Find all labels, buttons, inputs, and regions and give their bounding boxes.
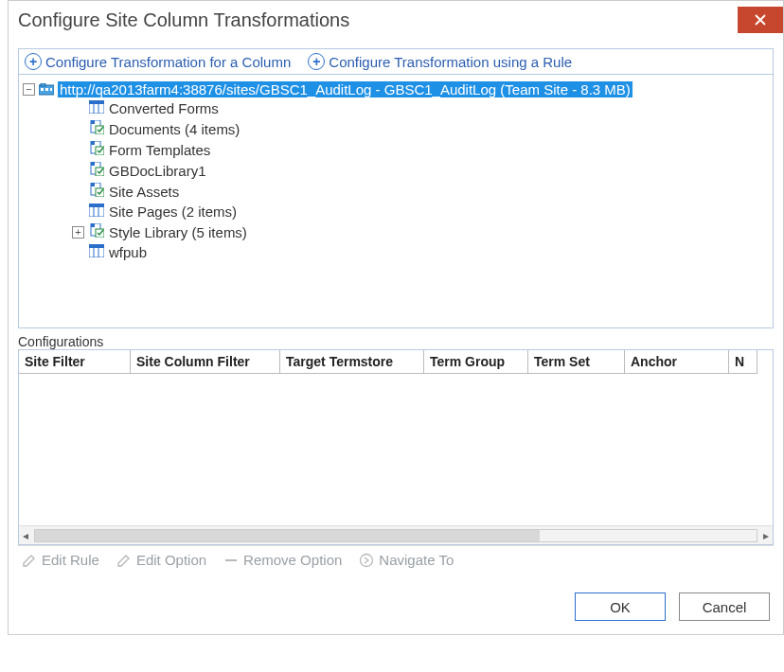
tree-root-row[interactable]: − http://qa2013farm4:38876/sites/GBSC1_A…: [23, 80, 769, 98]
close-button[interactable]: [738, 7, 783, 33]
configure-rule-label: Configure Transformation using a Rule: [329, 54, 572, 70]
svg-rect-2: [41, 88, 44, 91]
tree-item-label: Documents (4 items): [109, 121, 240, 137]
edit-option-button[interactable]: Edit Option: [116, 552, 206, 568]
tree-children: Converted FormsDocuments (4 items)Form T…: [23, 98, 769, 262]
pencil-icon: [22, 553, 37, 568]
dialog-title: Configure Site Column Transformations: [18, 9, 349, 31]
minus-icon: [223, 553, 239, 568]
scroll-right-icon[interactable]: ▸: [763, 529, 769, 542]
scroll-left-icon[interactable]: ◂: [23, 529, 28, 542]
expand-icon[interactable]: +: [72, 226, 84, 239]
remove-option-button[interactable]: Remove Option: [223, 552, 342, 568]
svg-rect-24: [89, 244, 104, 248]
svg-rect-6: [89, 100, 104, 104]
action-bar: Edit Rule Edit Option Remove Option Navi…: [18, 545, 774, 574]
document-library-icon: [89, 223, 104, 240]
svg-point-28: [361, 554, 373, 566]
list-icon: [89, 244, 104, 260]
tree-item-label: GBDocLibrary1: [109, 163, 206, 179]
document-library-icon: [89, 120, 104, 137]
column-header[interactable]: Site Column Filter: [131, 350, 280, 374]
tree-root-label: http://qa2013farm4:38876/sites/GBSC1_Aud…: [58, 81, 633, 97]
remove-option-label: Remove Option: [243, 552, 342, 568]
dialog-window: Configure Site Column Transformations + …: [8, 0, 784, 635]
tree-item-label: Style Library (5 items): [109, 224, 247, 240]
tree-item[interactable]: +Style Library (5 items): [72, 221, 769, 242]
edit-rule-button[interactable]: Edit Rule: [22, 552, 99, 568]
tree-item-label: Form Templates: [109, 142, 210, 158]
column-header[interactable]: Term Group: [424, 350, 528, 374]
configurations-grid[interactable]: Site FilterSite Column FilterTarget Term…: [18, 349, 774, 545]
arrow-right-circle-icon: [359, 553, 374, 568]
document-library-icon: [89, 162, 104, 179]
site-tree[interactable]: − http://qa2013farm4:38876/sites/GBSC1_A…: [18, 75, 774, 328]
plus-icon: +: [25, 53, 42, 70]
tree-item[interactable]: Site Pages (2 items): [72, 202, 769, 221]
column-header[interactable]: Term Set: [528, 350, 625, 374]
cancel-button[interactable]: Cancel: [679, 592, 770, 621]
column-header[interactable]: Site Filter: [19, 350, 131, 374]
edit-option-label: Edit Option: [136, 552, 206, 568]
configure-rule-link[interactable]: + Configure Transformation using a Rule: [308, 53, 572, 70]
tree-item[interactable]: Documents (4 items): [72, 118, 769, 139]
edit-rule-label: Edit Rule: [42, 552, 99, 568]
scroll-thumb[interactable]: [34, 529, 757, 542]
horizontal-scrollbar[interactable]: ◂ ▸: [19, 525, 773, 544]
list-icon: [89, 203, 104, 220]
column-header[interactable]: Anchor: [625, 350, 729, 374]
ok-button[interactable]: OK: [575, 592, 666, 621]
grid-body[interactable]: [19, 374, 773, 525]
tree-item-label: wfpub: [109, 244, 147, 260]
tree-item-label: Site Pages (2 items): [109, 203, 237, 220]
plus-icon: +: [308, 53, 325, 70]
close-icon: [755, 14, 766, 26]
dialog-footer: OK Cancel: [9, 583, 783, 634]
svg-rect-4: [50, 88, 52, 91]
collapse-icon[interactable]: −: [23, 83, 35, 96]
tree-item-label: Site Assets: [109, 184, 179, 200]
top-toolbar: + Configure Transformation for a Column …: [18, 48, 774, 75]
pencil-icon: [116, 553, 132, 568]
document-library-icon: [89, 141, 104, 158]
tree-item-label: Converted Forms: [109, 100, 219, 116]
dialog-content: + Configure Transformation for a Column …: [9, 39, 783, 583]
svg-rect-18: [89, 203, 104, 207]
tree-item[interactable]: Site Assets: [72, 181, 769, 202]
configure-column-label: Configure Transformation for a Column: [45, 54, 291, 70]
navigate-to-label: Navigate To: [379, 552, 454, 568]
titlebar: Configure Site Column Transformations: [9, 1, 783, 39]
configure-column-link[interactable]: + Configure Transformation for a Column: [25, 53, 291, 70]
tree-item[interactable]: wfpub: [72, 242, 769, 262]
svg-rect-3: [45, 88, 48, 91]
tree-item[interactable]: Converted Forms: [72, 98, 769, 118]
list-icon: [89, 100, 104, 116]
tree-item[interactable]: Form Templates: [72, 139, 769, 160]
grid-header: Site FilterSite Column FilterTarget Term…: [19, 350, 773, 374]
column-header[interactable]: N: [729, 350, 757, 374]
tree-item[interactable]: GBDocLibrary1: [72, 160, 769, 181]
svg-rect-1: [41, 83, 45, 86]
navigate-to-button[interactable]: Navigate To: [359, 552, 454, 568]
configurations-label: Configurations: [18, 334, 774, 349]
site-icon: [39, 83, 54, 97]
column-header[interactable]: Target Termstore: [280, 350, 424, 374]
document-library-icon: [89, 183, 104, 200]
